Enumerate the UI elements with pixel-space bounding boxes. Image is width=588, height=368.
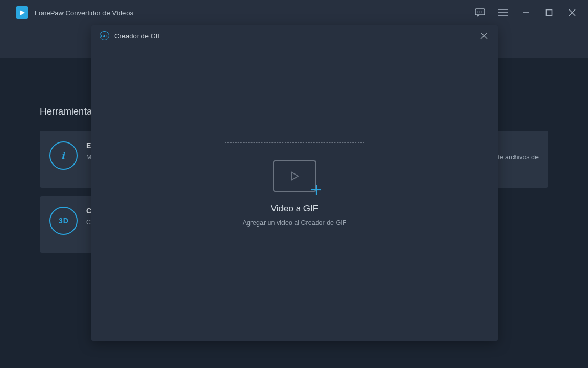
close-icon[interactable] bbox=[567, 7, 578, 18]
plus-icon bbox=[310, 183, 322, 198]
three-d-icon: 3D bbox=[49, 207, 78, 235]
svg-point-2 bbox=[477, 12, 478, 13]
info-icon-text: i bbox=[62, 150, 65, 161]
modal-close-icon[interactable] bbox=[479, 30, 489, 41]
dropzone-title: Video a GIF bbox=[271, 203, 318, 214]
modal-body: Video a GIF Agregar un video al Creador … bbox=[91, 46, 498, 341]
dropzone-subtitle: Agregar un video al Creador de GIF bbox=[243, 219, 347, 227]
feedback-icon[interactable] bbox=[475, 7, 485, 18]
svg-point-4 bbox=[481, 12, 482, 13]
gif-badge-text: GIF bbox=[101, 34, 108, 38]
svg-rect-9 bbox=[547, 10, 552, 16]
app-logo-icon bbox=[16, 6, 28, 19]
svg-point-3 bbox=[479, 12, 480, 13]
gif-creator-modal: GIF Creador de GIF bbox=[91, 25, 498, 341]
svg-marker-0 bbox=[20, 10, 25, 15]
titlebar: FonePaw Convertidor de Vídeos bbox=[0, 0, 588, 25]
modal-header-left: GIF Creador de GIF bbox=[100, 31, 162, 40]
titlebar-left: FonePaw Convertidor de Vídeos bbox=[16, 6, 133, 19]
titlebar-right bbox=[475, 7, 578, 18]
menu-icon[interactable] bbox=[498, 7, 508, 18]
app-title: FonePaw Convertidor de Vídeos bbox=[35, 9, 133, 17]
video-to-gif-dropzone[interactable]: Video a GIF Agregar un video al Creador … bbox=[225, 142, 364, 244]
svg-marker-14 bbox=[292, 172, 298, 180]
maximize-icon[interactable] bbox=[544, 7, 554, 18]
info-icon: i bbox=[49, 141, 78, 170]
modal-title: Creador de GIF bbox=[114, 32, 162, 40]
minimize-icon[interactable] bbox=[521, 7, 531, 18]
dropzone-video-icon bbox=[273, 160, 316, 192]
three-d-icon-text: 3D bbox=[59, 217, 68, 225]
gif-badge-icon: GIF bbox=[100, 31, 109, 40]
modal-header: GIF Creador de GIF bbox=[91, 25, 498, 46]
